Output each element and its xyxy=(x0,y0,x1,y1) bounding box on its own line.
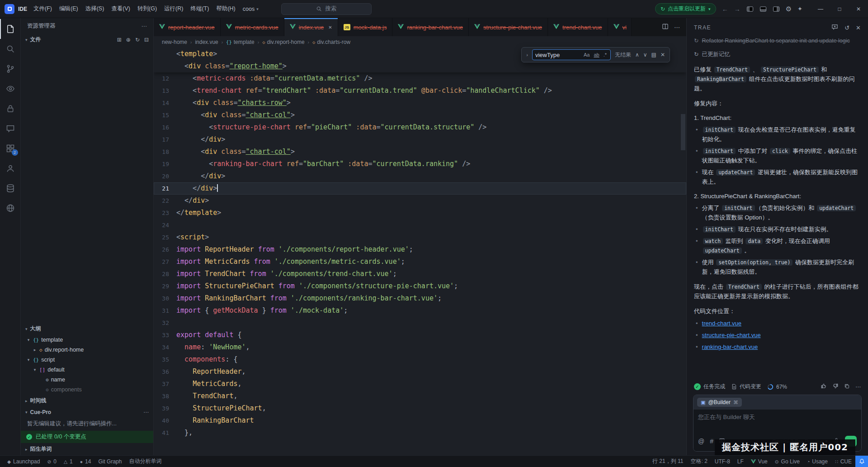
statusbar-auto-analyze-words[interactable]: 自动分析单词 xyxy=(125,456,165,467)
file-link[interactable]: ranking-bar-chart.vue xyxy=(702,342,758,352)
explorer-icon[interactable] xyxy=(0,19,21,39)
collapse-folders-icon[interactable]: ⊟ xyxy=(144,37,149,43)
close-button[interactable]: ✕ xyxy=(849,0,868,18)
toggle-bottom-panel-icon[interactable] xyxy=(760,5,767,13)
browser-icon[interactable] xyxy=(0,198,21,218)
tab-vi[interactable]: vi xyxy=(608,18,632,36)
forward-icon[interactable]: → xyxy=(734,5,741,13)
search-icon[interactable] xyxy=(0,39,21,59)
tab-ranking-bar-chart-vue[interactable]: ranking-bar-chart.vue xyxy=(392,18,469,36)
outline-item-name[interactable]: ⚙name xyxy=(21,375,153,385)
outline-section-header[interactable]: ▾ 大纲 xyxy=(21,323,153,335)
code-changes-button[interactable]: 代码变更 xyxy=(731,383,761,391)
timeline-section-header[interactable]: ▸ 时间线 xyxy=(21,395,153,407)
menubar-item-7[interactable]: 帮助(H) xyxy=(212,5,239,13)
statusbar-indentation[interactable]: 空格: 2 xyxy=(687,456,711,467)
chat-icon[interactable] xyxy=(0,119,21,138)
preview-eye-icon[interactable] xyxy=(0,79,21,99)
refresh-explorer-icon[interactable]: ↻ xyxy=(135,37,140,43)
statusbar-notifications-count[interactable]: ●14 xyxy=(76,456,95,467)
statusbar-git-graph[interactable]: Git Graph xyxy=(94,456,125,467)
mention-icon[interactable]: @ xyxy=(698,438,704,445)
tab-report-header-vue[interactable]: report-header.vue xyxy=(154,18,221,36)
thumbs-up-icon[interactable] xyxy=(821,383,827,391)
statusbar-cue[interactable]: ∷CUE xyxy=(831,456,855,467)
toggle-replace-icon[interactable]: › xyxy=(526,52,528,57)
statusbar-errors[interactable]: ⊘0 xyxy=(43,456,60,467)
outline-item-div-report-home[interactable]: ▸◇div.report-home xyxy=(21,345,153,355)
more-actions-icon[interactable]: ⋯ xyxy=(143,409,149,415)
restart-update-button[interactable]: ↻ 点击重启以更新 ▾ xyxy=(655,3,716,14)
editor-more-actions-icon[interactable]: ⋯ xyxy=(674,24,680,31)
cuepro-section-header[interactable]: ▾ Cue-Pro ⋯ xyxy=(21,407,153,418)
find-input-box[interactable]: Aa ab .* xyxy=(532,49,611,60)
copy-icon[interactable] xyxy=(844,383,850,391)
settings-gear-icon[interactable]: ⚙ xyxy=(786,5,792,13)
breadcrumb-item-index-vue[interactable]: index.vue xyxy=(195,39,218,45)
notifications-icon[interactable] xyxy=(855,456,868,467)
tab-metric-cards-vue[interactable]: metric-cards.vue xyxy=(221,18,284,36)
tab-structure-pie-chart-vue[interactable]: structure-pie-chart.vue xyxy=(469,18,548,36)
breadcrumb-item-div-charts-row[interactable]: ◇div.charts-row xyxy=(312,39,350,45)
statusbar-cursor-position[interactable]: 行 21，列 11 xyxy=(649,456,687,467)
outline-item-script[interactable]: ▾{}script xyxy=(21,355,153,365)
editor-scrollbar[interactable] xyxy=(681,114,685,150)
whole-word-icon[interactable]: ab xyxy=(593,52,600,57)
menubar-item-0[interactable]: 文件(F) xyxy=(30,5,56,13)
builder-agent-chip[interactable]: ▣ @Builder ⌘ xyxy=(697,398,742,407)
tab-mock-data-js[interactable]: JSmock-data.js xyxy=(338,18,393,36)
toggle-left-panel-icon[interactable] xyxy=(746,5,754,13)
find-previous-icon[interactable]: ∧ xyxy=(635,52,639,58)
database-icon[interactable] xyxy=(0,178,21,198)
back-icon[interactable]: ← xyxy=(722,5,728,13)
file-link[interactable]: structure-pie-chart.vue xyxy=(702,330,761,340)
tag-icon[interactable]: # xyxy=(710,438,713,445)
tab-trend-chart-vue[interactable]: trend-chart.vue xyxy=(548,18,608,36)
close-panel-icon[interactable]: ✕ xyxy=(856,24,861,31)
breadcrumb-item-div-report-home[interactable]: ◇div.report-home xyxy=(262,39,304,45)
extensions-icon[interactable]: 2 xyxy=(0,138,21,158)
account-icon[interactable] xyxy=(0,158,21,178)
breadcrumb-item-new-home[interactable]: new-home xyxy=(162,39,187,45)
menubar-item-2[interactable]: 选择(S) xyxy=(82,5,108,13)
toggle-right-panel-icon[interactable] xyxy=(773,5,780,13)
ai-assistant-icon[interactable]: ✦ xyxy=(797,5,802,12)
outline-item-default[interactable]: ▾[]default xyxy=(21,365,153,375)
outline-item-components[interactable]: ⚙components xyxy=(21,385,153,395)
statusbar-go-live[interactable]: ⊙Go Live xyxy=(771,456,803,467)
more-actions-icon[interactable]: ⋯ xyxy=(142,23,147,29)
menubar-item-6[interactable]: 终端(T) xyxy=(187,5,212,13)
statusbar-language-mode[interactable]: Vue xyxy=(747,456,771,467)
chat-input[interactable]: 您正在与 Builder 聊天 xyxy=(693,410,861,435)
statusbar-warnings[interactable]: △1 xyxy=(60,456,76,467)
workspace-selector[interactable]: coos ▾ xyxy=(243,6,259,12)
file-link[interactable]: trend-chart.vue xyxy=(702,319,741,328)
find-next-icon[interactable]: ∨ xyxy=(643,52,647,58)
statusbar-usage[interactable]: ◔Usage xyxy=(803,456,831,467)
menubar-item-5[interactable]: 运行(R) xyxy=(160,5,187,13)
vocab-section-header[interactable]: ▸ 陌生单词 xyxy=(21,443,153,455)
outline-item-template[interactable]: ▾{}template xyxy=(21,335,153,345)
statusbar-launchpad[interactable]: ◆Launchpad xyxy=(4,456,43,467)
statusbar-eol[interactable]: LF xyxy=(734,456,747,467)
security-icon[interactable] xyxy=(0,99,21,119)
menubar-item-4[interactable]: 转到(G) xyxy=(134,5,160,13)
code-editor[interactable]: <template> <div class="report-home"> 12 … xyxy=(154,48,686,455)
global-search[interactable]: 搜索 xyxy=(281,3,372,15)
close-find-icon[interactable]: ✕ xyxy=(660,52,665,58)
split-editor-icon[interactable] xyxy=(662,23,669,31)
maximize-button[interactable]: □ xyxy=(830,0,849,18)
tab-index-vue[interactable]: index.vue✕ xyxy=(284,18,338,36)
new-file-icon[interactable]: ⊞ xyxy=(117,37,122,43)
previous-task-item[interactable]: ↻Refactor RankingBarChart to separate in… xyxy=(694,37,861,45)
regex-icon[interactable]: .* xyxy=(603,52,608,57)
history-icon[interactable]: ↺ xyxy=(844,24,849,31)
find-input[interactable] xyxy=(535,52,580,58)
files-section-header[interactable]: ▾ 文件 ⊞ ⊕ ↻ ⊟ xyxy=(21,33,153,46)
menubar-item-3[interactable]: 查看(V) xyxy=(108,5,134,13)
menubar-item-1[interactable]: 编辑(E) xyxy=(56,5,82,13)
more-icon[interactable]: ⋯ xyxy=(855,384,861,390)
find-in-selection-icon[interactable]: ▤ xyxy=(651,52,656,58)
breadcrumb-item-template[interactable]: {}template xyxy=(226,39,255,45)
source-control-icon[interactable] xyxy=(0,59,21,79)
